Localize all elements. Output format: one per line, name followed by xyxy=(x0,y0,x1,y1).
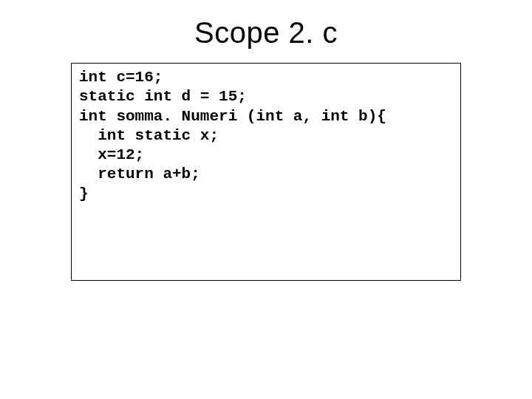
code-content: int c=16; static int d = 15; int somma. … xyxy=(79,68,453,204)
slide-title: Scope 2. c xyxy=(0,0,532,63)
slide: Scope 2. c int c=16; static int d = 15; … xyxy=(0,0,532,399)
code-box: int c=16; static int d = 15; int somma. … xyxy=(71,63,461,281)
